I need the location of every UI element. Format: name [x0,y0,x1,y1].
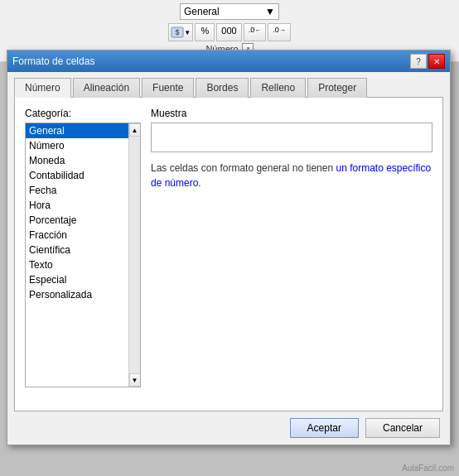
format-dropdown[interactable]: General ▼ [180,3,279,20]
tab-numero[interactable]: Número [14,78,71,98]
category-list: GeneralNúmeroMonedaContabilidadFechaHora… [26,123,140,302]
thousands-btn[interactable]: 000 [216,23,241,41]
dropdown-value: General [184,6,220,17]
currency-icon-btn[interactable]: $ ▼ [168,23,193,41]
scroll-down-arrow[interactable]: ▼ [129,373,141,387]
muestra-label: Muestra [151,108,432,119]
category-item-fracción[interactable]: Fracción [26,228,140,243]
category-item-texto[interactable]: Texto [26,257,140,272]
tab-relleno[interactable]: Relleno [250,78,306,98]
format-cells-dialog: Formato de celdas ? ✕ Número Alineación … [7,50,451,445]
right-section: Muestra Las celdas con formato general n… [151,108,432,387]
category-item-personalizada[interactable]: Personalizada [26,287,140,302]
ribbon-buttons: $ ▼ % 000 .0← .0→ [168,23,290,41]
scroll-up-arrow[interactable]: ▲ [129,123,141,137]
category-item-científica[interactable]: Científica [26,243,140,257]
dialog-controls: ? ✕ [410,54,445,69]
tabs-bar: Número Alineación Fuente Bordes Relleno … [7,72,450,97]
dec-decrease-btn[interactable]: .0→ [268,23,291,41]
currency-icon: $ [171,26,184,38]
description-highlight: un formato específico de número. [151,162,431,189]
category-item-especial[interactable]: Especial [26,272,140,287]
tab-bordes[interactable]: Bordes [196,78,249,98]
watermark: AulaFacil.com [402,464,454,473]
content-row: Categoría: GeneralNúmeroMonedaContabilid… [25,108,432,387]
dec-increase-btn[interactable]: .0← [244,23,267,41]
help-button[interactable]: ? [410,54,427,69]
description-text: Las celdas con formato general no tienen… [151,161,432,190]
close-button[interactable]: ✕ [428,54,445,69]
category-item-fecha[interactable]: Fecha [26,183,140,198]
category-scrollbar[interactable]: ▲ ▼ [128,123,140,387]
category-listbox: GeneralNúmeroMonedaContabilidadFechaHora… [25,123,141,387]
svg-text:$: $ [176,28,180,36]
category-item-contabilidad[interactable]: Contabilidad [26,168,140,183]
tab-fuente[interactable]: Fuente [142,78,194,98]
tab-numero-content: Categoría: GeneralNúmeroMonedaContabilid… [14,97,443,411]
category-item-general[interactable]: General [26,123,140,138]
category-section: Categoría: GeneralNúmeroMonedaContabilid… [25,108,141,387]
scroll-track [129,137,140,373]
tab-alineacion[interactable]: Alineación [73,78,140,98]
category-item-porcentaje[interactable]: Porcentaje [26,213,140,228]
category-item-moneda[interactable]: Moneda [26,153,140,168]
dropdown-arrow: ▼ [265,6,275,17]
category-item-número[interactable]: Número [26,138,140,153]
muestra-box [151,123,432,152]
tab-proteger[interactable]: Proteger [307,78,367,98]
aceptar-button[interactable]: Aceptar [290,418,359,438]
percent-btn[interactable]: % [195,23,215,41]
category-item-hora[interactable]: Hora [26,198,140,213]
dialog-title: Formato de celdas [12,55,94,67]
dialog-titlebar: Formato de celdas ? ✕ [7,50,450,72]
dialog-footer: Aceptar Cancelar [7,411,450,445]
cancelar-button[interactable]: Cancelar [365,418,440,438]
category-label: Categoría: [25,108,141,119]
